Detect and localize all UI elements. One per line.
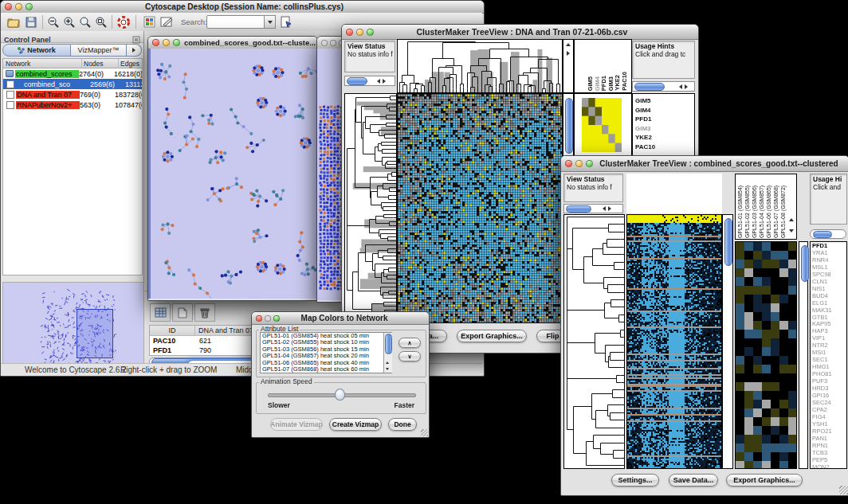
minimize-button[interactable]: [575, 160, 583, 167]
col-network[interactable]: Network: [3, 59, 82, 68]
attribute-list-vscrollbar[interactable]: [383, 333, 392, 373]
heatmap-pane[interactable]: [397, 93, 563, 323]
help-lifering-icon[interactable]: [116, 14, 132, 29]
secondary-heatmap-pane[interactable]: [735, 241, 797, 469]
settings-button[interactable]: Settings...: [611, 474, 659, 486]
hscrollbar-thumb[interactable]: [566, 205, 591, 213]
vscrollbar-thumb[interactable]: [385, 334, 392, 354]
scroll-left-icon[interactable]: [603, 206, 606, 211]
minimize-button[interactable]: [15, 3, 22, 10]
zoom-button[interactable]: [367, 29, 374, 36]
zoom-out-icon[interactable]: [45, 14, 61, 29]
open-file-icon[interactable]: [6, 14, 22, 29]
treeview1-title-bar[interactable]: ClusterMaker TreeView : DNA and Tran 07-…: [342, 25, 698, 40]
gene-list-item[interactable]: MON2: [812, 464, 846, 469]
scroll-right-icon[interactable]: [685, 84, 688, 89]
resize-grip[interactable]: [421, 429, 428, 436]
scroll-up-icon[interactable]: [386, 361, 389, 364]
delete-attribute-icon[interactable]: [194, 303, 215, 322]
network-view-title-bar[interactable]: combined_scores_good.txt--cluste...: [148, 37, 317, 49]
main-title-bar[interactable]: Cytoscape Desktop (Session Name: collins…: [1, 1, 484, 14]
column-label[interactable]: GPL51-01 (GSM854): [737, 175, 744, 238]
network-list-row[interactable]: DNA and Tran 07 769(0) 183728(0): [3, 89, 142, 100]
gene-label[interactable]: GIM5: [635, 96, 694, 106]
network-list-row[interactable]: combined_sco 2569(6) 13112(15): [3, 79, 142, 89]
zoom-in-icon[interactable]: [61, 14, 77, 29]
col-nodes[interactable]: Nodes: [82, 59, 119, 68]
zoom-button[interactable]: [586, 160, 593, 167]
hscrollbar-thumb[interactable]: [347, 77, 367, 85]
save-icon[interactable]: [23, 14, 39, 29]
column-label[interactable]: GPL51-06 (GSM865): [766, 175, 773, 238]
close-button[interactable]: [346, 29, 353, 36]
column-label[interactable]: GPL51-07 (GSM868): [773, 175, 780, 238]
vscrollbar-thumb[interactable]: [565, 98, 573, 154]
close-button[interactable]: [565, 160, 572, 167]
minimize-button[interactable]: [163, 39, 170, 46]
row-dendrogram-pane[interactable]: [563, 214, 625, 469]
zoom-button[interactable]: [26, 3, 33, 10]
genelist-hscrollbar[interactable]: [810, 229, 846, 239]
row-dendrogram-canvas[interactable]: [564, 215, 624, 468]
vscrollbar-thumb[interactable]: [801, 245, 809, 282]
minimize-button[interactable]: [265, 315, 271, 322]
gene-label[interactable]: PFD1: [635, 115, 694, 124]
save-data-button[interactable]: Save Data...: [669, 474, 718, 486]
network-list-row[interactable]: RNAPuberNov2+ 563(0) 107847(0): [3, 100, 142, 110]
heatmap-canvas[interactable]: [398, 94, 562, 322]
zoom-fit-icon[interactable]: [77, 14, 93, 29]
column-label[interactable]: GPL51-08 (GSM872): [780, 175, 787, 238]
scroll-right-icon[interactable]: [608, 206, 611, 211]
export-graphics-button[interactable]: Export Graphics...: [457, 330, 527, 342]
scroll-left-icon[interactable]: [377, 79, 380, 84]
vizmapper-icon[interactable]: [141, 14, 157, 29]
treeview1-left-hscrollbar[interactable]: [344, 76, 395, 86]
search-input[interactable]: [206, 15, 265, 29]
import-annotation-icon[interactable]: [278, 14, 294, 29]
gene-label[interactable]: PAC10: [635, 143, 694, 152]
column-label[interactable]: GPL51-02 (GSM855): [744, 175, 752, 238]
search-dropdown-button[interactable]: [264, 15, 276, 29]
create-vizmap-button[interactable]: Create Vizmap: [329, 418, 382, 431]
minimize-button[interactable]: [356, 29, 363, 36]
move-down-button[interactable]: ∨: [398, 351, 421, 361]
heatmap-canvas[interactable]: [627, 215, 721, 468]
network-grid-canvas[interactable]: [317, 49, 344, 300]
secondary-heatmap-canvas[interactable]: [736, 242, 796, 468]
annotation-icon[interactable]: [159, 14, 175, 29]
close-button[interactable]: [256, 315, 262, 322]
vscrollbar-thumb[interactable]: [724, 218, 732, 266]
scroll-right-icon[interactable]: [383, 79, 386, 84]
gene-label[interactable]: GIM3: [635, 124, 694, 134]
scroll-right-icon[interactable]: [567, 51, 570, 56]
data-col-id[interactable]: ID: [150, 326, 195, 335]
attribute-item[interactable]: GPL51-07 (GSM868) heat shock 60 min: [262, 366, 391, 373]
tab-overflow-button[interactable]: [127, 44, 142, 57]
new-attribute-icon[interactable]: [172, 303, 193, 322]
secondary-vscrollbar[interactable]: [799, 241, 808, 469]
tab-network[interactable]: Network: [2, 44, 71, 57]
treeview2-vscrollbar[interactable]: [722, 214, 733, 469]
export-graphics-button[interactable]: Export Graphics...: [726, 474, 803, 486]
close-button[interactable]: [321, 40, 328, 46]
zoom-button[interactable]: [273, 315, 280, 322]
scroll-up-icon[interactable]: [789, 218, 794, 221]
scroll-up-icon[interactable]: [566, 43, 571, 46]
col-edges[interactable]: Edges: [119, 59, 142, 68]
dialog-title-bar[interactable]: Map Colors to Network: [252, 312, 429, 325]
column-label[interactable]: PAC10: [622, 72, 629, 91]
treeview2-left-hscrollbar[interactable]: [563, 204, 623, 213]
treeview2-title-bar[interactable]: ClusterMaker TreeView : combined_scores_…: [561, 156, 848, 172]
row-dendrogram-pane[interactable]: [344, 93, 397, 323]
gene-label[interactable]: YKE2: [635, 133, 694, 143]
scroll-down-icon[interactable]: [789, 229, 794, 232]
move-up-button[interactable]: ∧: [398, 338, 421, 348]
row-dendrogram-canvas[interactable]: [345, 94, 396, 322]
column-label[interactable]: GPL51-04 (GSM857): [759, 175, 766, 238]
speed-slider-thumb[interactable]: [335, 389, 345, 400]
heatmap-pane[interactable]: [626, 214, 722, 469]
network-overview-canvas[interactable]: [2, 282, 144, 369]
scroll-down-icon[interactable]: [386, 368, 389, 370]
scroll-left-icon[interactable]: [679, 84, 682, 89]
hscrollbar-thumb[interactable]: [813, 231, 832, 238]
